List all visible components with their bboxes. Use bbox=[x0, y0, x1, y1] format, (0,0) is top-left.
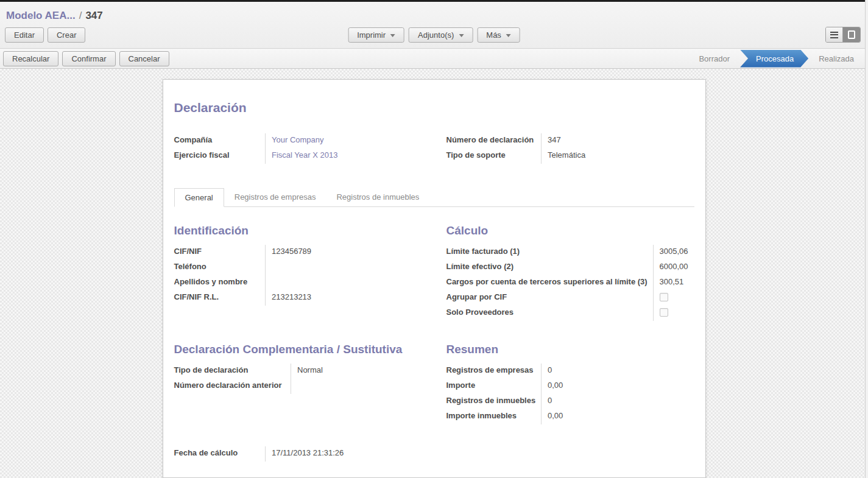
field-row: Solo Proveedores bbox=[446, 306, 694, 321]
field-row: Tipo de declaración Normal bbox=[174, 364, 422, 379]
form-view-icon bbox=[848, 30, 855, 39]
field-label: Número de declaración bbox=[446, 133, 542, 149]
tab-bar: General Registros de empresas Registros … bbox=[174, 188, 694, 207]
field-value: 0,00 bbox=[542, 379, 694, 394]
tab-content-general: Identificación CIF/NIF 123456789 Teléfon… bbox=[174, 207, 694, 462]
field-row: Fecha de cálculo 17/11/2013 21:31:26 bbox=[174, 446, 422, 462]
form-title: Declaración bbox=[174, 100, 694, 115]
field-value: 6000,00 bbox=[653, 260, 694, 275]
field-group-right: Número de declaración 347 Tipo de soport… bbox=[446, 133, 694, 164]
field-label: Teléfono bbox=[174, 260, 266, 275]
field-label: Apellidos y nombre bbox=[174, 275, 266, 290]
cancel-button[interactable]: Cancelar bbox=[119, 51, 169, 66]
breadcrumb: Modelo AEA.../347 bbox=[0, 2, 868, 23]
header-button-row: Editar Crear Imprimir Adjunto(s) Más bbox=[0, 23, 868, 43]
form-sheet: Declaración Compañía Your Company Ejerci… bbox=[163, 79, 706, 478]
field-row: Ejercicio fiscal Fiscal Year X 2013 bbox=[174, 149, 422, 164]
field-row: Cargos por cuenta de terceros superiores… bbox=[446, 275, 694, 290]
field-value: 3005,06 bbox=[653, 245, 694, 260]
field-label: Límite facturado (1) bbox=[446, 245, 654, 260]
field-row: Compañía Your Company bbox=[174, 133, 422, 149]
field-value bbox=[291, 379, 422, 394]
field-row: Teléfono bbox=[174, 260, 422, 275]
solo-proveedores-checkbox[interactable] bbox=[660, 308, 668, 317]
section-title: Resumen bbox=[446, 343, 694, 356]
header-fields: Compañía Your Company Ejercicio fiscal F… bbox=[174, 133, 694, 164]
field-label: Importe inmuebles bbox=[446, 409, 542, 424]
breadcrumb-separator: / bbox=[76, 10, 86, 21]
form-view-button[interactable] bbox=[843, 27, 860, 42]
content-area: Declaración Compañía Your Company Ejerci… bbox=[0, 69, 868, 478]
company-link[interactable]: Your Company bbox=[266, 133, 422, 149]
field-value: 123456789 bbox=[266, 245, 422, 260]
field-label: Registros de inmuebles bbox=[446, 394, 542, 409]
section-complementaria: Declaración Complementaria / Sustitutiva… bbox=[174, 343, 422, 394]
more-dropdown-button[interactable]: Más bbox=[477, 27, 520, 43]
status-realizada[interactable]: Realizada bbox=[808, 54, 864, 63]
field-label: CIF/NIF R.L. bbox=[174, 290, 266, 306]
field-value: 300,51 bbox=[653, 275, 694, 290]
field-group-left: Compañía Your Company Ejercicio fiscal F… bbox=[174, 133, 422, 164]
fiscal-year-link[interactable]: Fiscal Year X 2013 bbox=[266, 149, 422, 164]
edit-button[interactable]: Editar bbox=[5, 27, 44, 43]
field-row: Registros de empresas 0 bbox=[446, 364, 694, 379]
section-title: Declaración Complementaria / Sustitutiva bbox=[174, 343, 422, 356]
statusbar: Borrador Procesada Realizada bbox=[688, 49, 864, 68]
field-label: Cargos por cuenta de terceros superiores… bbox=[446, 275, 654, 290]
status-borrador[interactable]: Borrador bbox=[688, 54, 740, 63]
field-row: Número de declaración 347 bbox=[446, 133, 694, 149]
field-label: Número declaración anterior bbox=[174, 379, 291, 394]
list-view-button[interactable] bbox=[826, 27, 843, 42]
field-row: Apellidos y nombre bbox=[174, 275, 422, 290]
section-resumen: Resumen Registros de empresas 0 Importe … bbox=[446, 343, 694, 424]
dropdown-caret-icon bbox=[506, 34, 511, 37]
field-value: 347 bbox=[542, 133, 694, 149]
field-row: CIF/NIF R.L. 213213213 bbox=[174, 290, 422, 306]
print-dropdown-button[interactable]: Imprimir bbox=[348, 27, 404, 43]
recalculate-button[interactable]: Recalcular bbox=[3, 51, 58, 66]
field-value: 0 bbox=[542, 394, 694, 409]
field-row: Límite facturado (1) 3005,06 bbox=[446, 245, 694, 260]
dropdown-caret-icon bbox=[459, 34, 464, 37]
breadcrumb-parent-link[interactable]: Modelo AEA... bbox=[6, 10, 76, 21]
print-label: Imprimir bbox=[357, 30, 386, 40]
status-procesada-active[interactable]: Procesada bbox=[740, 50, 808, 68]
field-value bbox=[653, 290, 694, 306]
agrupar-por-cif-checkbox[interactable] bbox=[660, 293, 668, 301]
field-value: 0 bbox=[542, 364, 694, 379]
section-calculo: Cálculo Límite facturado (1) 3005,06 Lím… bbox=[446, 224, 694, 321]
attachments-label: Adjunto(s) bbox=[418, 30, 454, 40]
field-label: Registros de empresas bbox=[446, 364, 542, 379]
field-label: Tipo de declaración bbox=[174, 364, 291, 379]
more-label: Más bbox=[486, 30, 501, 40]
field-label: Importe bbox=[446, 379, 542, 394]
tab-registros-inmuebles[interactable]: Registros de inmuebles bbox=[326, 188, 429, 207]
list-view-icon bbox=[830, 32, 838, 38]
scrollbar-track[interactable] bbox=[865, 0, 868, 478]
field-row: Límite efectivo (2) 6000,00 bbox=[446, 260, 694, 275]
tab-general[interactable]: General bbox=[174, 188, 224, 207]
field-value bbox=[653, 306, 694, 321]
field-label: Tipo de soporte bbox=[446, 149, 542, 164]
field-value: 213213213 bbox=[266, 290, 422, 306]
confirm-button[interactable]: Confirmar bbox=[62, 51, 115, 66]
field-row: Número declaración anterior bbox=[174, 379, 422, 394]
field-label: Compañía bbox=[174, 133, 266, 149]
field-label: Solo Proveedores bbox=[446, 306, 654, 321]
header: Modelo AEA.../347 Editar Crear Imprimir … bbox=[0, 2, 868, 49]
tab-registros-empresas[interactable]: Registros de empresas bbox=[224, 188, 326, 207]
create-button[interactable]: Crear bbox=[48, 27, 86, 43]
field-label: Ejercicio fiscal bbox=[174, 149, 266, 164]
attachments-dropdown-button[interactable]: Adjunto(s) bbox=[409, 27, 473, 43]
page: Modelo AEA.../347 Editar Crear Imprimir … bbox=[0, 0, 868, 478]
field-value: Normal bbox=[291, 364, 422, 379]
field-row: Importe inmuebles 0,00 bbox=[446, 409, 694, 424]
field-label: Límite efectivo (2) bbox=[446, 260, 654, 275]
section-title: Identificación bbox=[174, 224, 422, 237]
field-row: Registros de inmuebles 0 bbox=[446, 394, 694, 409]
section-identificacion: Identificación CIF/NIF 123456789 Teléfon… bbox=[174, 224, 422, 306]
header-center-buttons: Imprimir Adjunto(s) Más bbox=[348, 27, 520, 43]
field-row: Tipo de soporte Telemática bbox=[446, 149, 694, 164]
section-title: Cálculo bbox=[446, 224, 694, 237]
section-fecha-calculo: Fecha de cálculo 17/11/2013 21:31:26 bbox=[174, 446, 422, 462]
